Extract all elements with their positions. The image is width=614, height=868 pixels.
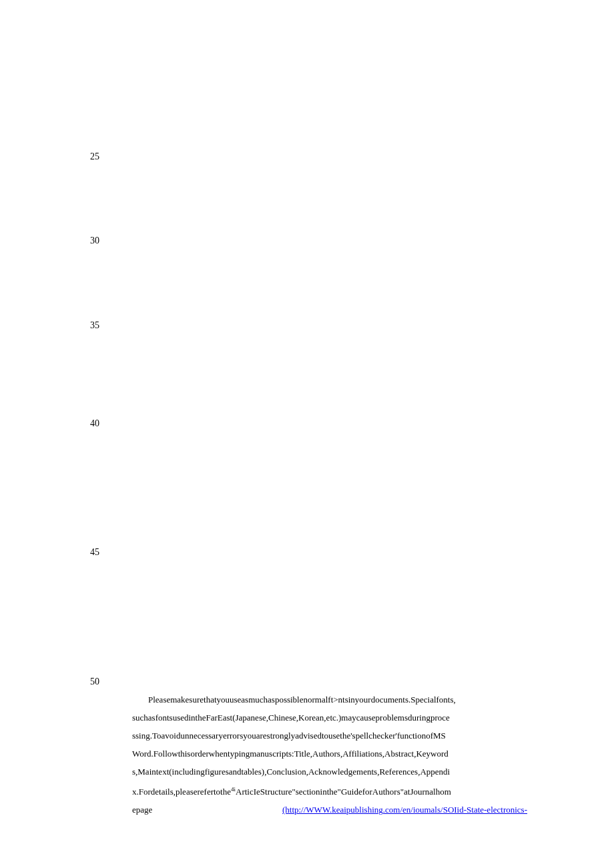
document-page: 25 30 35 40 45 50 Pleasemakesurethatyouu… [0, 0, 614, 868]
body-paragraph: Pleasemakesurethatyouuseasmuchaspossible… [132, 691, 527, 819]
line-number-25: 25 [90, 151, 99, 162]
paragraph-text-part2: ArticIeStructure"sectioninthe"GuideforAu… [236, 787, 451, 797]
line-number-50: 50 [90, 677, 99, 687]
journal-homepage-link[interactable]: (http://WWW.keaipublishing.com/en/ioumal… [282, 805, 527, 815]
line-number-40: 40 [90, 418, 99, 429]
paragraph-text-part1: Pleasemakesurethatyouuseasmuchaspossible… [132, 695, 456, 797]
line-number-35: 35 [90, 320, 99, 331]
line-number-30: 30 [90, 236, 99, 246]
line-number-45: 45 [90, 547, 99, 558]
paragraph-epage-label: epage [132, 801, 152, 819]
paragraph-superscript: 4i [231, 786, 236, 793]
